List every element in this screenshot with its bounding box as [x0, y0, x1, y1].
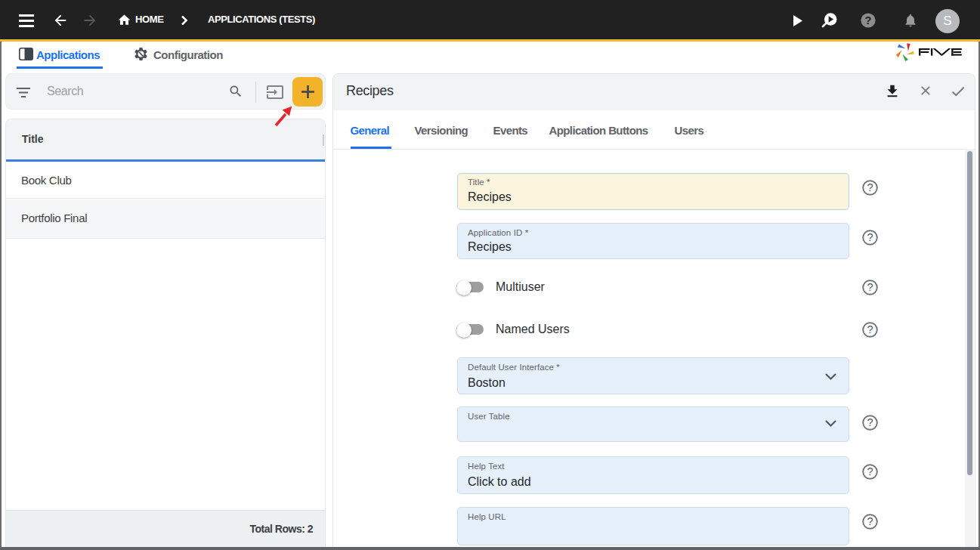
- svg-text:?: ?: [867, 281, 873, 293]
- svg-text:?: ?: [867, 181, 873, 193]
- svg-text:?: ?: [867, 465, 873, 477]
- svg-text:?: ?: [867, 515, 873, 527]
- svg-text:?: ?: [867, 323, 873, 335]
- svg-text:?: ?: [865, 14, 872, 26]
- svg-text:?: ?: [867, 416, 873, 428]
- svg-text:?: ?: [867, 231, 873, 243]
